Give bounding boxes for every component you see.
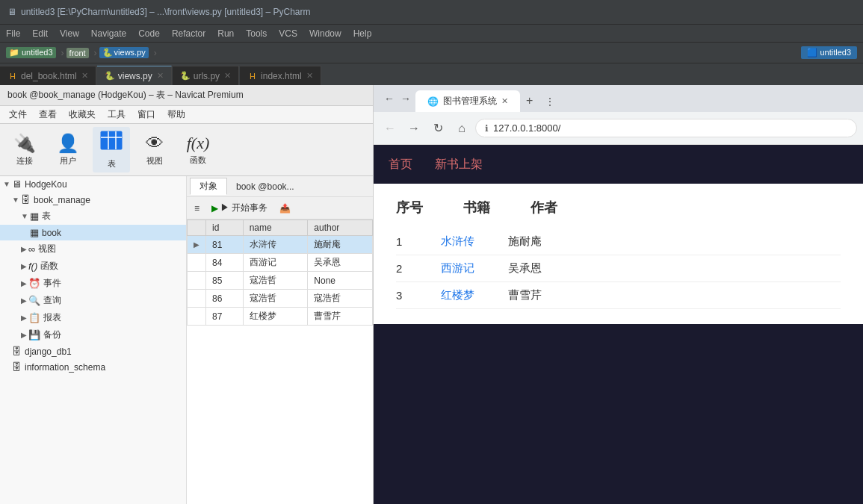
menu-window[interactable]: Window [303,27,347,40]
tab-close-index-html[interactable]: ✕ [306,71,313,81]
navicat-menu-view[interactable]: 查看 [33,107,63,122]
cell-author-3[interactable]: None [308,272,373,290]
web-nav-newbook[interactable]: 新书上架 [435,154,483,175]
tab-close-views-py[interactable]: ✕ [157,71,164,81]
tree-info-schema[interactable]: 🗄 information_schema [0,359,186,375]
cell-author-1[interactable]: 施耐庵 [308,236,373,254]
cell-author-5[interactable]: 曹雪芹 [308,308,373,326]
front-badge[interactable]: front [66,48,89,58]
nav-forward-button[interactable]: → [403,118,424,139]
breadcrumb-right: 🟦untitled3 [801,46,857,59]
obj-tab-object[interactable]: 对象 [190,178,227,195]
tree-queries[interactable]: ▶ 🔍 查询 [0,292,186,309]
browser-tab-close[interactable]: ✕ [501,96,508,106]
menu-vcs[interactable]: VCS [273,27,303,40]
cell-name-2[interactable]: 西游记 [243,254,308,272]
address-bar[interactable]: ℹ 127.0.0.1:8000/ [475,119,857,137]
browser-tabs: ← → 🌐 图书管理系统 ✕ + ⋮ [374,85,863,112]
tree-functions[interactable]: ▶ f() 函数 [0,258,186,275]
cell-author-4[interactable]: 寇浩哲 [308,290,373,308]
col-name[interactable]: name [243,220,308,236]
navicat-title: book @book_manage (HodgeKou) – 表 – Navic… [0,85,373,106]
play-icon: ▶ [211,203,218,214]
cell-name-5[interactable]: 红楼梦 [243,308,308,326]
tree-events[interactable]: ▶ ⏰ 事件 [0,275,186,292]
menu-refactor[interactable]: Refactor [166,27,211,40]
toolbar-table[interactable]: 表 [93,127,130,172]
web-row-title-2[interactable]: 西游记 [441,261,486,276]
menu-navigate[interactable]: Navigate [85,27,132,40]
cell-id-3[interactable]: 85 [206,272,244,290]
data-table[interactable]: id name author ▶ 81 水浒传 施耐庵 [187,220,373,504]
navicat-menu-tools[interactable]: 工具 [102,107,132,122]
tree-reports-icon: 📋 [28,312,40,323]
browser-tab-forward-icon[interactable]: → [400,93,411,105]
toolbar-export[interactable]: 📤 [275,202,295,215]
address-text[interactable]: 127.0.0.1:8000/ [493,122,560,134]
tree-reports[interactable]: ▶ 📋 报表 [0,309,186,326]
tree-book-manage[interactable]: ▼ 🗄 book_manage [0,192,186,208]
table-row[interactable]: 84 西游记 吴承恩 [188,254,373,272]
browser-tab-main[interactable]: 🌐 图书管理系统 ✕ [415,90,520,112]
tree-tables-icon: ▦ [30,211,39,222]
tree-backups[interactable]: ▶ 💾 备份 [0,326,186,343]
cell-name-3[interactable]: 寇浩哲 [243,272,308,290]
toolbar-start-transaction[interactable]: ▶ ▶ 开始事务 [207,200,272,216]
navicat-menu-file[interactable]: 文件 [3,107,33,122]
col-author[interactable]: author [308,220,373,236]
project-badge[interactable]: 📁untitled3 [6,47,56,58]
new-tab-button[interactable]: + [520,90,539,112]
cell-author-2[interactable]: 吴承恩 [308,254,373,272]
toolbar-function[interactable]: f(x) 函数 [179,131,217,169]
menu-code[interactable]: Code [132,27,166,40]
toolbar-connect[interactable]: 🔌 连接 [6,130,43,170]
cell-id-1[interactable]: 81 [206,236,244,254]
object-toolbar: 对象 book @book... [187,176,373,197]
menu-file[interactable]: File [0,27,26,40]
tab-close-urls-py[interactable]: ✕ [224,71,231,81]
cell-name-1[interactable]: 水浒传 [243,236,308,254]
col-id[interactable]: id [206,220,244,236]
tab-urls-py[interactable]: 🐍 urls.py ✕ [173,66,239,85]
tab-close-del-book[interactable]: ✕ [81,71,88,81]
browser-menu-icon[interactable]: ⋮ [539,91,561,112]
tree-tables[interactable]: ▼ ▦ 表 [0,208,186,225]
cell-name-4[interactable]: 寇浩哲 [243,290,308,308]
menu-run[interactable]: Run [211,27,240,40]
web-row-title-1[interactable]: 水浒传 [441,234,486,249]
tree-book-table[interactable]: ▦ book [0,225,186,240]
tree-arrow-backups: ▶ [21,331,27,339]
tree-hodgekou[interactable]: ▼ 🖥 HodgeKou [0,176,186,192]
nav-home-button[interactable]: ⌂ [451,118,472,139]
menu-view[interactable]: View [54,27,85,40]
toolbar-user[interactable]: 👤 用户 [49,130,87,170]
menu-tools[interactable]: Tools [240,27,273,40]
tab-index-html[interactable]: H index.html ✕ [240,66,321,85]
menu-edit[interactable]: Edit [26,27,54,40]
table-row[interactable]: 86 寇浩哲 寇浩哲 [188,290,373,308]
menu-help[interactable]: Help [347,27,378,40]
table-row[interactable]: ▶ 81 水浒传 施耐庵 [188,236,373,254]
cell-id-4[interactable]: 86 [206,290,244,308]
tab-views-py[interactable]: 🐍 views.py ✕ [97,66,172,85]
table-row[interactable]: 87 红楼梦 曹雪芹 [188,308,373,326]
tree-arrow-tables: ▼ [21,212,28,220]
nav-back-button[interactable]: ← [380,118,400,139]
toolbar-view[interactable]: 👁 视图 [136,130,173,170]
navicat-menu-fav[interactable]: 收藏夹 [63,107,102,122]
table-row[interactable]: 85 寇浩哲 None [188,272,373,290]
nav-reload-button[interactable]: ↻ [427,118,448,139]
navicat-menu-window[interactable]: 窗口 [132,107,161,122]
web-nav-home[interactable]: 首页 [389,154,412,175]
tab-del-book[interactable]: H del_book.html ✕ [0,66,96,85]
tree-views[interactable]: ▶ ∞ 视图 [0,240,186,258]
toolbar-menu-btn[interactable]: ≡ [190,202,204,215]
tree-django-db1[interactable]: 🗄 django_db1 [0,343,186,359]
browser-tab-back-icon[interactable]: ← [384,93,395,105]
navicat-menu-help[interactable]: 帮助 [161,107,191,122]
file-badge[interactable]: 🐍views.py [99,47,149,58]
cell-id-2[interactable]: 84 [206,254,244,272]
web-row-title-3[interactable]: 红楼梦 [441,288,486,302]
cell-id-5[interactable]: 87 [206,308,244,326]
tabs-bar: H del_book.html ✕ 🐍 views.py ✕ 🐍 urls.py… [0,63,863,85]
